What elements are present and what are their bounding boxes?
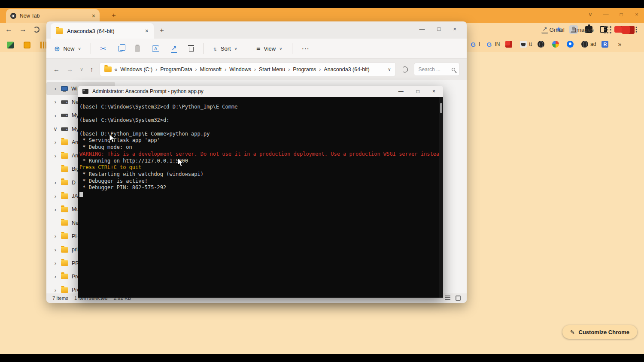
address-dropdown-icon[interactable]: ∨ [388, 67, 391, 72]
forward-button[interactable]: → [19, 25, 27, 34]
copy-icon[interactable] [118, 46, 123, 51]
paste-icon [135, 45, 140, 52]
terminal-close-button[interactable]: × [432, 88, 435, 94]
more-options-icon[interactable]: ⋯ [302, 44, 309, 53]
bookmark-item[interactable]: tt [520, 41, 532, 48]
bookmark-item[interactable] [538, 41, 547, 48]
explorer-tab[interactable]: Anaconda3 (64-bit) × [51, 23, 154, 39]
bookmark-item[interactable] [601, 41, 611, 48]
explorer-minimize-button[interactable]: — [419, 26, 425, 32]
tree-chevron-icon[interactable]: › [53, 233, 58, 239]
tree-chevron-icon[interactable]: › [53, 112, 58, 119]
bookmarks-left-group [7, 42, 49, 48]
tree-chevron-icon[interactable]: › [53, 99, 58, 105]
breadcrumb-segment[interactable]: ProgramData [160, 66, 192, 72]
tab-close-icon[interactable]: × [92, 12, 95, 19]
bookmark-item[interactable] [567, 41, 576, 48]
up-button[interactable]: ↑ [90, 66, 94, 73]
rename-icon[interactable] [152, 45, 159, 52]
explorer-back-button[interactable]: ← [53, 66, 60, 73]
letterbox-bottom [0, 354, 644, 362]
terminal-line: * Running on http://127.0.0.1:5000 [79, 158, 439, 165]
terminal-line-text: (base) C:\Windows\System32>d: [79, 117, 170, 123]
terminal-titlebar[interactable]: Administrator: Anaconda Prompt - python … [78, 86, 443, 97]
sort-button[interactable]: ↑↓ Sort ∨ [213, 45, 237, 52]
cut-icon[interactable]: ✂ [100, 45, 106, 53]
details-view-icon[interactable] [445, 296, 450, 301]
explorer-close-button[interactable]: × [453, 26, 456, 32]
tree-item-icon [61, 127, 68, 131]
google-profile-badge[interactable] [622, 26, 635, 34]
delete-icon[interactable] [189, 47, 194, 52]
customize-chrome-label: Customize Chrome [579, 329, 629, 335]
maximize-button[interactable]: □ [618, 12, 624, 18]
gmail-link[interactable]: Gmail [549, 27, 564, 33]
tree-item-label: Ne [72, 220, 79, 226]
breadcrumb-segment[interactable]: Windows (C:) [120, 66, 152, 72]
breadcrumb-segment[interactable]: Start Menu [259, 66, 285, 72]
tree-item-icon [61, 193, 68, 199]
large-icons-view-icon[interactable] [456, 296, 461, 301]
refresh-icon[interactable] [402, 66, 408, 72]
breadcrumb[interactable]: « Windows (C:) › ProgramData › Microsoft… [100, 62, 396, 76]
tree-chevron-icon[interactable]: › [53, 193, 58, 199]
view-lines-icon: ≡ [256, 45, 260, 52]
breadcrumb-segment[interactable]: Windows [229, 66, 251, 72]
tree-item-icon [61, 207, 68, 212]
share-file-icon[interactable]: ↗ [171, 44, 177, 53]
tree-chevron-icon[interactable]: › [53, 139, 58, 145]
tree-chevron-icon[interactable]: ∨ [53, 126, 58, 132]
bookmarks-right-group: I IN tt [470, 41, 621, 48]
tree-chevron-icon[interactable]: › [53, 85, 58, 92]
bookmark-label: I [479, 41, 480, 47]
bookmark-item[interactable]: ad [581, 41, 596, 48]
images-link[interactable]: Images [575, 27, 594, 33]
new-button[interactable]: ⊕ New ∨ [54, 45, 81, 53]
breadcrumb-segment[interactable]: Programs [293, 66, 316, 72]
tree-chevron-icon[interactable]: › [53, 179, 58, 186]
terminal-output[interactable]: (base) C:\Windows\System32>cd D:\Python_… [78, 97, 443, 298]
explorer-window-controls: — □ × [419, 26, 456, 32]
close-button[interactable]: × [634, 11, 640, 18]
view-button[interactable]: ≡ View ∨ [256, 45, 283, 52]
customize-chrome-button[interactable]: ✎ Customize Chrome [562, 325, 637, 339]
tree-chevron-icon[interactable]: › [53, 273, 58, 280]
tree-chevron-icon[interactable]: › [53, 153, 58, 159]
breadcrumb-separator: › [254, 66, 256, 72]
tree-item-icon [61, 220, 68, 226]
terminal-scrollbar[interactable] [439, 97, 443, 298]
bookmark-item[interactable] [505, 41, 514, 48]
breadcrumb-segment[interactable]: Anaconda3 (64-bit) [324, 66, 369, 72]
history-dropdown-icon[interactable]: ∨ [80, 66, 83, 72]
terminal-minimize-button[interactable]: — [398, 88, 404, 94]
bookmark-label: tt [529, 41, 532, 47]
minimize-button[interactable]: — [603, 11, 609, 18]
bookmarks-overflow-icon[interactable]: » [618, 41, 621, 48]
terminal-scrollbar-thumb[interactable] [440, 103, 442, 113]
explorer-search-input[interactable]: Search ... [414, 63, 460, 76]
tree-chevron-icon[interactable]: › [53, 247, 58, 253]
terminal-line-text: * Debugger is active! [79, 178, 148, 184]
new-tab-button[interactable]: + [109, 11, 118, 20]
explorer-forward-button[interactable]: → [67, 66, 73, 73]
tab-search-icon[interactable]: ∨ [587, 11, 593, 18]
bookmark-item[interactable]: I [470, 41, 480, 48]
terminal-maximize-button[interactable]: □ [416, 88, 419, 94]
tree-chevron-icon[interactable]: › [53, 260, 58, 266]
browser-tab-new-tab[interactable]: New Tab × [6, 9, 100, 23]
bookmark-item[interactable] [552, 41, 561, 48]
share-icon[interactable]: ↗ [541, 25, 548, 33]
explorer-new-tab-button[interactable]: + [160, 26, 164, 35]
bookmark-item[interactable]: IN [486, 41, 500, 48]
explorer-maximize-button[interactable]: □ [437, 26, 441, 32]
bookmark-item[interactable] [24, 42, 33, 48]
back-button[interactable]: ← [5, 25, 12, 34]
reload-button[interactable] [33, 27, 39, 33]
bookmark-item[interactable] [7, 42, 16, 48]
breadcrumb-segment[interactable]: Microsoft [200, 66, 222, 72]
tree-chevron-icon[interactable]: › [53, 206, 58, 213]
tree-chevron-icon[interactable]: › [53, 287, 58, 293]
google-apps-grid-icon[interactable] [604, 26, 611, 33]
tree-item-label: D [72, 180, 76, 186]
explorer-tab-close-icon[interactable]: × [145, 27, 149, 34]
